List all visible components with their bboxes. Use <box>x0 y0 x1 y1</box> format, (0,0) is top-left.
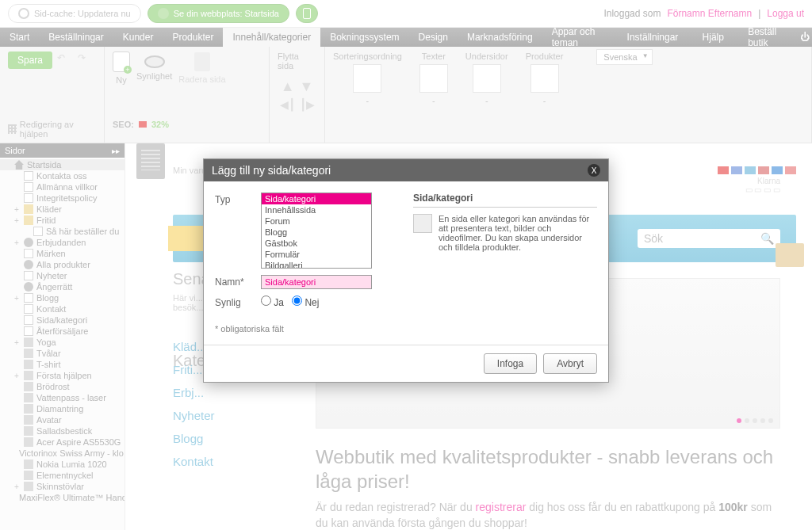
name-input[interactable] <box>261 275 372 289</box>
type-option[interactable]: Gästbok <box>262 238 371 249</box>
type-info-title: Sida/kategori <box>413 193 597 208</box>
modal-header: Lägg till ny sida/kategori X <box>204 159 608 181</box>
modal-title: Lägg till ny sida/kategori <box>212 164 331 177</box>
cancel-button[interactable]: Avbryt <box>543 353 597 374</box>
type-option[interactable]: Bildgalleri <box>262 260 371 269</box>
type-listbox[interactable]: Sida/kategoriInnehållssidaForumBloggGäst… <box>261 193 372 269</box>
page-type-info-icon <box>413 214 432 233</box>
type-option[interactable]: Innehållssida <box>262 204 371 215</box>
add-page-modal: Lägg till ny sida/kategori X Typ Sida/ka… <box>203 158 609 383</box>
type-option[interactable]: Formulär <box>262 249 371 260</box>
modal-close-button[interactable]: X <box>588 164 600 177</box>
visible-no-radio[interactable]: Nej <box>292 296 319 308</box>
required-note: * obligatoriska fält <box>215 324 397 334</box>
type-option[interactable]: Sida/kategori <box>262 193 371 204</box>
type-info-desc: En sida eller kategori kan användas för … <box>439 214 597 252</box>
type-option[interactable]: Blogg <box>262 227 371 238</box>
type-option[interactable]: Forum <box>262 215 371 227</box>
insert-button[interactable]: Infoga <box>484 353 537 374</box>
visible-yes-radio[interactable]: Ja <box>261 296 284 308</box>
visible-label: Synlig <box>215 296 255 308</box>
type-label: Typ <box>215 193 255 205</box>
name-label: Namn* <box>215 275 255 288</box>
